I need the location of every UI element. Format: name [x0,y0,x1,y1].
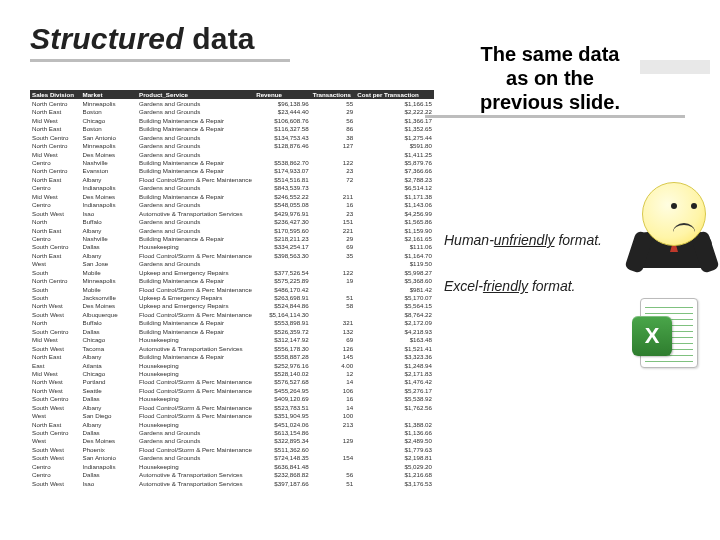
table-cell: Building Maintenance & Repair [137,125,254,133]
table-cell: Boston [81,108,138,116]
note-excel-friendly: Excel-friendly format. [444,278,576,294]
excel-badge-letter: X [632,316,672,356]
table-cell: $1,164.70 [355,251,434,259]
table-cell: $2,489.50 [355,437,434,445]
table-cell: San Diego [81,412,138,420]
col-header: Sales Division [30,90,81,99]
table-cell: $1,166.15 [355,99,434,107]
table-cell: $23,444.40 [254,108,311,116]
table-cell: $232,868.82 [254,471,311,479]
table-cell [311,184,355,192]
table-cell: $263,698.91 [254,294,311,302]
table-cell: Centro [30,201,81,209]
table-cell: $1,143.06 [355,201,434,209]
table-cell: 151 [311,218,355,226]
table-row: Mid WestDes MoinesBuilding Maintenance &… [30,192,434,200]
table-cell: 213 [311,420,355,428]
table-cell: South Centro [30,327,81,335]
table-cell: Gardens and Grounds [137,454,254,462]
table-cell: South [30,285,81,293]
table-cell: North West [30,386,81,394]
table-cell: $1,216.68 [355,471,434,479]
table-cell: $1,388.02 [355,420,434,428]
table-cell: 16 [311,201,355,209]
table-row: North EastAlbanyFlood Control/Storm & Pe… [30,175,434,183]
table-cell: Mid West [30,369,81,377]
table-cell: 35 [311,251,355,259]
table-row: WestSan DiegoFlood Control/Storm & Perc … [30,412,434,420]
table-cell: $3,323.36 [355,353,434,361]
table-cell: $111.06 [355,243,434,251]
table-row: North CentroMinneapolisGardens and Groun… [30,99,434,107]
table-cell: Flood Control/Storm & Perc Maintenance [137,386,254,394]
table-row: South WestAlbuquerqueFlood Control/Storm… [30,310,434,318]
slide-title: Structured data [30,22,255,56]
table-cell: Albuquerque [81,310,138,318]
table-cell: Isao [81,209,138,217]
table-cell: $252,976.16 [254,361,311,369]
table-row: South WestIsaoAutomotive & Transportatio… [30,209,434,217]
table-row: South WestAlbanyFlood Control/Storm & Pe… [30,403,434,411]
table-cell: South West [30,454,81,462]
table-row: SouthMobileFlood Control/Storm & Perc Ma… [30,285,434,293]
table-cell: $1,366.17 [355,116,434,124]
table-cell: Seattle [81,386,138,394]
table-cell: 51 [311,479,355,487]
table-cell: South West [30,479,81,487]
table-cell: Dallas [81,395,138,403]
table-cell: Evanston [81,167,138,175]
table-cell: 56 [311,471,355,479]
table-cell: 106 [311,386,355,394]
table-cell: $1,275.44 [355,133,434,141]
table-cell: North [30,319,81,327]
table-cell: $2,788.23 [355,175,434,183]
table-cell: North [30,218,81,226]
table-cell: South Centro [30,429,81,437]
table-row: CentroNashvilleBuilding Maintenance & Re… [30,234,434,242]
table-cell: Flood Control/Storm & Perc Maintenance [137,378,254,386]
table-row: South WestIsaoAutomotive & Transportatio… [30,479,434,487]
table-row: South CentroDallasHousekeeping$334,254.1… [30,243,434,251]
table-cell: $451,024.06 [254,420,311,428]
subtitle: The same data as on the previous slide. [445,42,655,114]
table-cell: North West [30,378,81,386]
table-cell [311,462,355,470]
table-cell: 55 [311,99,355,107]
table-cell: $524,844.86 [254,302,311,310]
table-cell: Building Maintenance & Repair [137,277,254,285]
table-cell: $5,998.27 [355,268,434,276]
table-cell: $5,164,114.30 [254,310,311,318]
table-cell: Housekeeping [137,243,254,251]
table-cell: Building Maintenance & Repair [137,353,254,361]
table-cell: 56 [311,116,355,124]
table-cell: $218,211.23 [254,234,311,242]
table-cell: Automotive & Transportation Services [137,479,254,487]
table-cell: South West [30,403,81,411]
table-cell: 321 [311,319,355,327]
table-cell: San Antonio [81,454,138,462]
table-cell: $236,427.30 [254,218,311,226]
table-cell: North Centro [30,142,81,150]
table-cell: Albany [81,403,138,411]
table-cell: $119.50 [355,260,434,268]
table-cell: 211 [311,192,355,200]
table-cell: Centro [30,462,81,470]
table-cell: Indianapolis [81,184,138,192]
table-cell: South West [30,310,81,318]
table-cell: Gardens and Grounds [137,142,254,150]
table-row: South CentroDallasHousekeeping$409,120.6… [30,395,434,403]
table-row: South WestSan AntonioGardens and Grounds… [30,454,434,462]
table-cell: East [30,361,81,369]
table-cell: $163.48 [355,336,434,344]
table-cell: Gardens and Grounds [137,218,254,226]
table-cell: $514,516.81 [254,175,311,183]
table-cell: 23 [311,167,355,175]
table-cell: $576,527.68 [254,378,311,386]
table-cell: Dallas [81,429,138,437]
table-cell: Portland [81,378,138,386]
table-cell: North East [30,353,81,361]
table-cell: Chicago [81,116,138,124]
table-cell: South Centro [30,243,81,251]
table-cell: $843,539.73 [254,184,311,192]
table-cell: Gardens and Grounds [137,226,254,234]
